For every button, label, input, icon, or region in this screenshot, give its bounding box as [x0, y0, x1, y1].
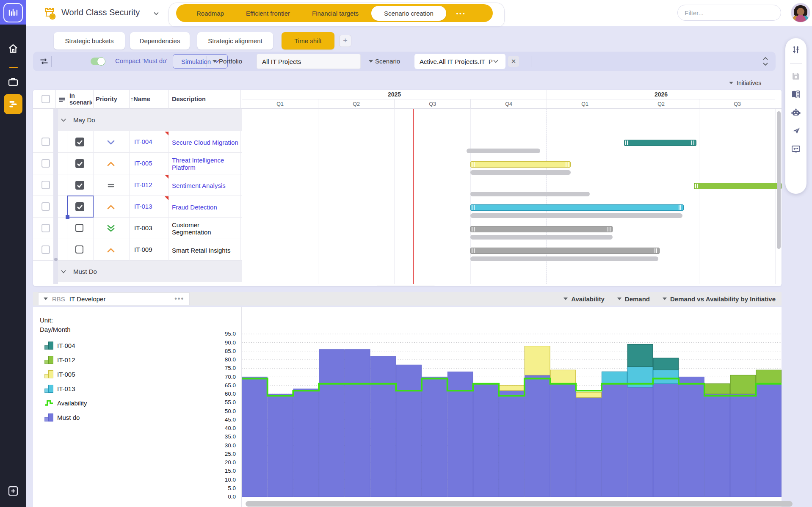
avatar[interactable] — [791, 3, 810, 22]
sidebar-item-roadmap-active[interactable] — [4, 94, 22, 114]
send-button[interactable] — [790, 125, 801, 136]
tab-financial-targets[interactable]: Financial targets — [303, 6, 368, 21]
priority-icon-down[interactable] — [106, 137, 116, 147]
row-grouping-icon[interactable] — [58, 95, 66, 105]
compact-must-do-toggle[interactable] — [91, 58, 105, 65]
clear-scenario-button[interactable]: ✕ — [508, 56, 519, 67]
y-axis-label: 30.0 — [210, 442, 236, 449]
row-code[interactable]: IT-004 — [134, 138, 152, 145]
gantt-vertical-scrollbar[interactable] — [777, 111, 781, 249]
subnav-time-shift[interactable]: Time shift — [282, 32, 334, 50]
tab-roadmap[interactable]: Roadmap — [187, 6, 233, 21]
more-tabs-button[interactable]: ••• — [450, 10, 473, 17]
row-code[interactable]: IT-005 — [134, 160, 152, 167]
in-scenario-checkbox[interactable] — [75, 181, 84, 190]
divider — [51, 56, 52, 67]
row-select-checkbox[interactable] — [41, 245, 50, 254]
priority-icon-up[interactable] — [106, 159, 116, 169]
portfolio-value-field[interactable]: All IT Projects — [257, 54, 361, 69]
gantt-quarter: Q1 — [547, 99, 623, 109]
gantt-baseline-bar — [470, 170, 571, 175]
quarter-gridline — [318, 109, 318, 284]
subnav-strategic-alignment[interactable]: Strategic alignment — [197, 32, 273, 50]
console-button[interactable] — [790, 143, 801, 154]
view-settings-button[interactable] — [790, 45, 801, 56]
row-description[interactable]: Threat Intelligence Platform — [172, 156, 239, 171]
priority-icon-equal[interactable] — [106, 180, 116, 190]
row-description[interactable]: Customer Segmentation — [172, 221, 239, 236]
gantt-bar-it-009[interactable] — [470, 248, 660, 254]
row-description[interactable]: Secure Cloud Migration — [172, 135, 239, 150]
gantt-bar-it-013[interactable] — [470, 204, 684, 211]
gantt-icon — [8, 99, 19, 110]
rbs-selector[interactable]: RBS IT Developer ••• — [38, 292, 190, 305]
resource-chart-card: Unit: Day/Month IT-004IT-012IT-005IT-013… — [33, 307, 782, 507]
row-code[interactable]: IT-009 — [134, 246, 152, 253]
shift-settings-icon[interactable] — [39, 56, 49, 68]
collapse-toolbar-control[interactable] — [760, 54, 771, 69]
title-chevron-down-icon[interactable] — [153, 10, 160, 17]
in-scenario-checkbox[interactable] — [75, 138, 84, 146]
selection-handle[interactable] — [66, 215, 69, 219]
row-description[interactable]: Fraud Detection — [172, 199, 239, 215]
row-select-checkbox[interactable] — [41, 202, 50, 211]
assistant-button[interactable] — [790, 107, 801, 118]
gantt-horizontal-scrollbar[interactable] — [377, 286, 435, 286]
row-code[interactable]: IT-013 — [134, 203, 152, 210]
group-row-may-do[interactable]: May Do — [55, 109, 242, 131]
y-axis-label: 10.0 — [210, 477, 236, 483]
initiatives-dropdown-icon — [729, 82, 733, 84]
scenario-value-field[interactable]: Active.All IT Projects.IT_PM — [414, 54, 505, 69]
column-header-in-scenario[interactable]: In scenario — [69, 92, 92, 107]
view-availability[interactable]: Availability — [563, 295, 605, 303]
in-scenario-checkbox[interactable] — [75, 245, 83, 253]
select-all-checkbox[interactable] — [41, 95, 50, 103]
save-button[interactable] — [790, 71, 801, 82]
sidebar-item-home[interactable] — [7, 42, 19, 55]
column-header-priority[interactable]: Priority — [96, 96, 117, 102]
priority-icon-up[interactable] — [106, 202, 116, 212]
subnav-strategic-buckets[interactable]: Strategic buckets — [54, 32, 125, 50]
add-view-button[interactable]: + — [339, 35, 351, 47]
column-header-name[interactable]: ↑Name — [130, 96, 150, 102]
gantt-baseline-bar — [470, 235, 613, 240]
rbs-menu-button[interactable]: ••• — [174, 295, 184, 303]
group-row-must-do[interactable]: Must Do — [55, 261, 242, 282]
scenario-dropdown-icon[interactable] — [369, 60, 373, 63]
tab-scenario-creation[interactable]: Scenario creation — [371, 6, 446, 21]
row-code[interactable]: IT-003 — [134, 224, 152, 231]
filter-input[interactable] — [677, 5, 781, 21]
sidebar-item-add[interactable] — [7, 485, 19, 497]
row-select-checkbox[interactable] — [41, 181, 50, 189]
sidebar-item-portfolio[interactable] — [7, 75, 19, 88]
rbs-label: RBS — [52, 295, 65, 303]
initiatives-section-toggle[interactable]: Initiatives — [729, 80, 761, 86]
row-select-checkbox[interactable] — [41, 159, 50, 168]
row-description[interactable]: Sentiment Analysis — [172, 178, 239, 193]
gantt-bar-it-003[interactable] — [470, 226, 613, 232]
gantt-bar-it-012[interactable] — [694, 183, 782, 189]
add-board-icon — [7, 485, 19, 497]
tab-efficient-frontier[interactable]: Efficient frontier — [237, 6, 299, 21]
gantt-quarter: Q1 — [242, 99, 318, 109]
row-select-checkbox[interactable] — [41, 138, 50, 146]
priority-icon-double_down[interactable] — [106, 223, 116, 234]
subnav-dependencies[interactable]: Dependencies — [130, 32, 190, 50]
scenario-label: Scenario — [375, 58, 400, 65]
row-code[interactable]: IT-012 — [134, 181, 152, 188]
row-description[interactable]: Smart Retail Insights — [172, 242, 239, 258]
documentation-button[interactable] — [790, 89, 801, 100]
view-demand-vs-availability-by-initiative[interactable]: Demand vs Availability by Initiative — [663, 295, 776, 303]
gantt-bar-it-004[interactable] — [624, 140, 696, 146]
priority-icon-up[interactable] — [106, 245, 116, 255]
portfolio-dropdown-icon[interactable] — [213, 60, 217, 63]
column-header-description[interactable]: Description — [172, 96, 206, 102]
gantt-bar-it-005[interactable] — [470, 161, 571, 168]
view-demand[interactable]: Demand — [617, 295, 650, 303]
table-scrollbar-track[interactable] — [53, 109, 58, 284]
row-select-checkbox[interactable] — [41, 224, 50, 232]
in-scenario-checkbox[interactable] — [75, 159, 84, 168]
in-scenario-checkbox[interactable] — [75, 224, 83, 232]
app-logo[interactable] — [3, 3, 23, 22]
chart-horizontal-scrollbar[interactable] — [246, 501, 793, 507]
